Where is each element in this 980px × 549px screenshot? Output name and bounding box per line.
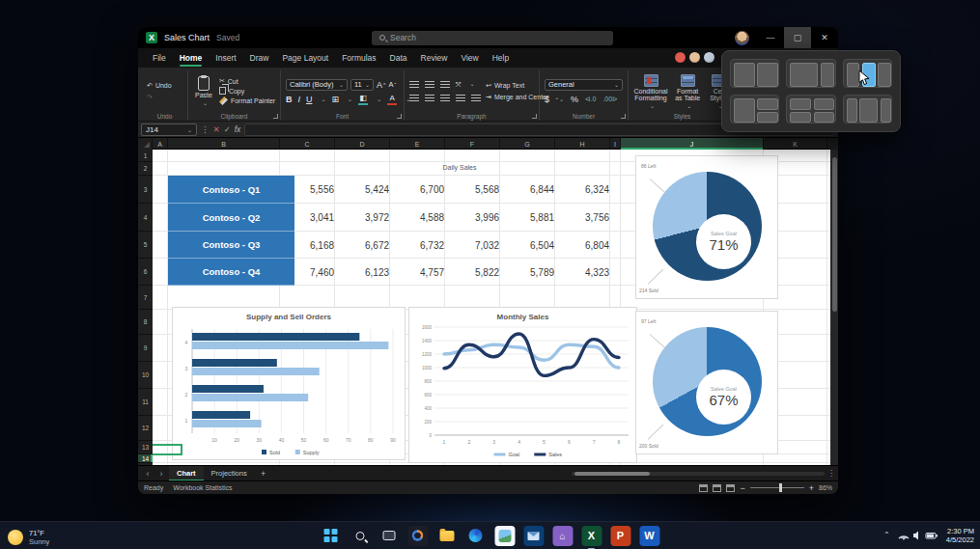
zoom-in-icon[interactable]: + bbox=[809, 485, 814, 491]
snap-pane[interactable] bbox=[734, 98, 755, 123]
ribbon-tab-file[interactable]: File bbox=[146, 48, 173, 68]
snap-pane[interactable] bbox=[878, 63, 891, 87]
horizontal-scrollbar-thumb[interactable] bbox=[574, 472, 650, 476]
font-family-select[interactable]: Calibri (Body)⌄ bbox=[286, 79, 348, 91]
page-layout-view-icon[interactable] bbox=[713, 484, 721, 492]
table-cell[interactable]: 6,504 bbox=[515, 232, 570, 259]
table-cell[interactable]: 4,588 bbox=[405, 204, 460, 232]
search-box[interactable]: Search bbox=[372, 31, 613, 45]
ribbon-tab-view[interactable]: View bbox=[454, 48, 485, 68]
underline-button[interactable]: U bbox=[306, 95, 313, 104]
font-size-select[interactable]: 11⌄ bbox=[350, 79, 374, 91]
redo-button[interactable]: ↷ bbox=[147, 94, 172, 101]
minimize-button[interactable]: — bbox=[757, 27, 784, 48]
snap-layout-split-left-stacked-right[interactable] bbox=[730, 95, 779, 124]
snap-pane[interactable] bbox=[821, 63, 835, 87]
task-view-icon[interactable] bbox=[378, 526, 399, 546]
format-as-table-button[interactable]: Format as Table⌄ bbox=[673, 72, 702, 110]
notification-badge-icon[interactable] bbox=[675, 52, 686, 63]
bar-chart[interactable]: Supply and Sell Orders102030405060708090… bbox=[172, 307, 406, 460]
column-header-I[interactable]: I bbox=[610, 138, 621, 150]
snap-layout-split-quarters[interactable] bbox=[786, 95, 835, 124]
decrease-indent-icon[interactable] bbox=[456, 95, 465, 102]
add-sheet-button[interactable]: + bbox=[257, 469, 270, 479]
row-header-5[interactable]: 5 bbox=[138, 232, 153, 259]
column-header-A[interactable]: A bbox=[153, 138, 168, 150]
column-header-B[interactable]: B bbox=[168, 138, 280, 150]
column-header-H[interactable]: H bbox=[555, 138, 610, 150]
table-cell[interactable]: 6,168 bbox=[294, 232, 350, 259]
page-break-view-icon[interactable] bbox=[726, 484, 735, 492]
snap-layout-split-3-center-wide[interactable] bbox=[843, 95, 892, 124]
snap-pane[interactable] bbox=[734, 63, 755, 87]
table-row-label[interactable]: Contoso - Q4 bbox=[168, 259, 294, 286]
column-header-J[interactable]: J bbox=[621, 138, 764, 150]
clock[interactable]: 2:30 PM 4/5/2022 bbox=[946, 527, 974, 544]
ribbon-tab-draw[interactable]: Draw bbox=[243, 48, 276, 68]
presence-avatar-icon[interactable] bbox=[689, 52, 700, 63]
snap-pane[interactable] bbox=[814, 98, 835, 110]
table-cell[interactable]: 3,756 bbox=[570, 204, 625, 232]
sheet-tab-chart[interactable]: Chart bbox=[169, 466, 204, 481]
align-top-icon[interactable] bbox=[409, 81, 419, 89]
table-row-label[interactable]: Contoso - Q3 bbox=[168, 232, 294, 259]
ribbon-tab-page-layout[interactable]: Page Layout bbox=[275, 48, 335, 68]
word-icon[interactable]: W bbox=[639, 526, 659, 546]
increase-decimal-icon[interactable]: ᐊ.0 bbox=[585, 96, 596, 103]
row-header-3[interactable]: 3 bbox=[138, 176, 153, 204]
table-cell[interactable]: 5,568 bbox=[460, 176, 515, 204]
snap-pane[interactable] bbox=[814, 112, 835, 124]
table-cell[interactable]: 6,123 bbox=[350, 259, 405, 286]
horizontal-scrollbar[interactable] bbox=[572, 472, 825, 476]
row-header-14[interactable]: 14 bbox=[138, 454, 153, 463]
number-format-select[interactable]: General⌄ bbox=[545, 79, 623, 91]
vertical-scrollbar[interactable] bbox=[830, 150, 838, 465]
cortana-icon[interactable] bbox=[407, 526, 428, 546]
insert-function-icon[interactable]: fx bbox=[235, 124, 241, 134]
row-header-4[interactable]: 4 bbox=[138, 204, 153, 232]
confirm-entry-icon[interactable]: ✓ bbox=[224, 124, 231, 134]
paste-button[interactable]: Paste⌄ bbox=[193, 72, 214, 110]
align-middle-icon[interactable] bbox=[425, 81, 434, 89]
sheet-nav-right-icon[interactable]: › bbox=[155, 469, 167, 479]
column-header-F[interactable]: F bbox=[445, 138, 500, 150]
decrease-decimal-icon[interactable]: .00ᐅ bbox=[602, 96, 617, 103]
table-cell[interactable]: 6,700 bbox=[405, 176, 460, 204]
italic-button[interactable]: I bbox=[298, 95, 301, 104]
borders-button[interactable]: ⊞ bbox=[332, 95, 340, 104]
ribbon-tab-insert[interactable]: Insert bbox=[209, 48, 242, 68]
column-headers[interactable]: ABCDEFGHIJK bbox=[138, 138, 830, 150]
outlook-icon[interactable] bbox=[523, 526, 544, 546]
row-header-13[interactable]: 13 bbox=[138, 441, 153, 454]
column-header-C[interactable]: C bbox=[280, 138, 335, 150]
excel-icon[interactable]: X bbox=[581, 526, 602, 546]
snap-pane[interactable] bbox=[847, 98, 857, 123]
snap-pane[interactable] bbox=[881, 98, 891, 123]
table-cell[interactable]: 5,556 bbox=[294, 176, 350, 204]
row-header-9[interactable]: 9 bbox=[138, 335, 153, 362]
row-header-11[interactable]: 11 bbox=[138, 389, 153, 416]
ribbon-tab-help[interactable]: Help bbox=[486, 48, 516, 68]
font-color-button[interactable]: A bbox=[387, 95, 397, 104]
zoom-level[interactable]: 86% bbox=[819, 484, 832, 491]
workbook-statistics[interactable]: Workbook Statistics bbox=[173, 484, 232, 491]
donut-chart-top[interactable]: Sales Goal71%86 Left214 Sold bbox=[635, 155, 778, 299]
user-avatar[interactable] bbox=[735, 31, 749, 45]
start-icon[interactable] bbox=[321, 526, 341, 546]
row-header-6[interactable]: 6 bbox=[138, 259, 153, 286]
titlebar[interactable]: X Sales Chart Saved Search — ▢ ✕ bbox=[138, 27, 838, 48]
column-header-G[interactable]: G bbox=[500, 138, 555, 150]
edge-icon[interactable] bbox=[465, 526, 486, 546]
format-painter-button[interactable]: Format Painter bbox=[219, 96, 275, 105]
table-cell[interactable]: 5,424 bbox=[350, 176, 405, 204]
cut-button[interactable]: ✂Cut bbox=[219, 77, 275, 85]
column-header-E[interactable]: E bbox=[390, 138, 445, 150]
table-row-label[interactable]: Contoso - Q2 bbox=[168, 204, 294, 232]
row-header-7[interactable]: 7 bbox=[138, 286, 153, 310]
row-header-8[interactable]: 8 bbox=[138, 310, 153, 335]
dialog-launcher-icon[interactable] bbox=[273, 114, 278, 119]
zoom-slider-thumb[interactable] bbox=[779, 483, 782, 492]
dialog-launcher-icon[interactable] bbox=[621, 114, 626, 119]
increase-indent-icon[interactable] bbox=[471, 95, 481, 102]
row-header-12[interactable]: 12 bbox=[138, 416, 153, 441]
